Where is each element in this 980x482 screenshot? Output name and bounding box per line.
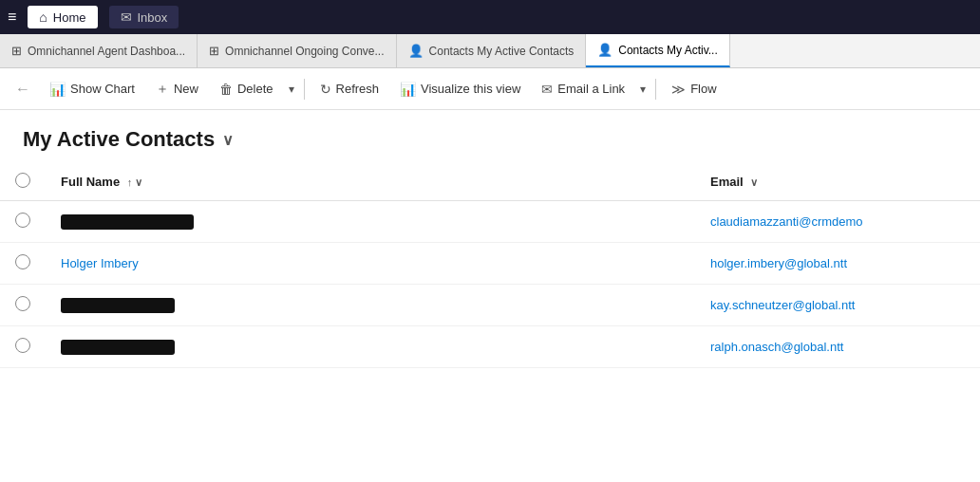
row-4-email: ralph.onasch@global.ntt [695,326,980,368]
home-button[interactable]: ⌂ Home [28,6,97,28]
home-icon: ⌂ [39,9,47,25]
separator-2 [655,79,656,100]
table-header: Full Name ↑ ∨ Email ∨ [0,163,980,201]
row-3-email-value[interactable]: kay.schneutzer@global.ntt [710,298,855,312]
tab-contacts-2[interactable]: 👤 Contacts My Activ... [586,34,729,67]
row-4-email-value[interactable]: ralph.onasch@global.ntt [710,340,843,354]
page-title-text: My Active Contacts [23,127,215,152]
plus-icon: ＋ [156,81,169,98]
row-1-name [46,201,695,243]
delete-label: Delete [237,82,273,96]
row-2-checkbox-cell [0,243,46,285]
table-row: ralph.onasch@global.ntt [0,326,980,368]
inbox-button[interactable]: ✉ Inbox [109,6,179,28]
show-chart-label: Show Chart [70,82,135,96]
top-bar: ≡ ⌂ Home ✉ Inbox [0,0,980,34]
row-1-checkbox[interactable] [15,213,30,228]
show-chart-button[interactable]: 📊 Show Chart [40,77,144,102]
row-2-name: Holger Imbery [46,243,695,285]
tab-label-1: Omnichannel Agent Dashboa... [28,45,185,58]
person-icon-1: 👤 [408,44,424,58]
tab-label-4: Contacts My Activ... [618,44,717,57]
tab-label-3: Contacts My Active Contacts [429,45,575,58]
toolbar: ← 📊 Show Chart ＋ New 🗑 Delete ▾ ↻ Refres… [0,68,980,110]
back-icon: ← [15,81,30,98]
delete-dropdown[interactable]: ▾ [285,78,298,101]
header-checkbox[interactable] [15,173,30,188]
row-4-name [46,326,695,368]
row-3-checkbox-cell [0,285,46,326]
visualize-label: Visualize this view [421,82,520,96]
separator-1 [304,79,305,100]
hamburger-icon[interactable]: ≡ [8,9,16,26]
tab-omnichannel-dashboard[interactable]: ⊞ Omnichannel Agent Dashboa... [0,34,198,67]
row-2-email-value[interactable]: holger.imbery@global.ntt [710,256,847,270]
contacts-table: Full Name ↑ ∨ Email ∨ claudiamazzanti@cr… [0,163,980,368]
header-checkbox-cell [0,163,46,201]
grid-icon-2: ⊞ [209,44,219,58]
refresh-label: Refresh [336,82,380,96]
back-button[interactable]: ← [8,76,38,102]
tab-contacts-1[interactable]: 👤 Contacts My Active Contacts [397,34,587,67]
fullname-header-label: Full Name [61,175,120,189]
row-3-name [46,285,695,326]
new-label: New [174,82,198,96]
row-4-name-redacted [61,340,175,355]
table-row: Holger Imbery holger.imbery@global.ntt [0,243,980,285]
home-label: Home [53,10,86,25]
email-header-label: Email [710,175,744,189]
row-2-checkbox[interactable] [15,254,30,269]
row-4-checkbox-cell [0,326,46,368]
inbox-label: Inbox [138,10,168,25]
page-title-area: My Active Contacts ∨ [0,110,980,163]
table-body: claudiamazzanti@crmdemo Holger Imbery ho… [0,201,980,368]
email-dropdown[interactable]: ▾ [636,78,650,101]
row-1-email[interactable]: claudiamazzanti@crmdemo [695,201,980,243]
title-chevron-icon[interactable]: ∨ [222,131,234,149]
row-2-email: holger.imbery@global.ntt [695,243,980,285]
row-1-email-value[interactable]: claudiamazzanti@crmdemo [710,214,863,229]
visualize-button[interactable]: 📊 Visualize this view [390,77,530,102]
visualize-icon: 📊 [400,82,416,97]
table-row: claudiamazzanti@crmdemo [0,201,980,243]
inbox-icon: ✉ [121,9,132,25]
row-4-checkbox[interactable] [15,338,30,353]
flow-icon: ≫ [671,82,686,97]
trash-icon: 🗑 [219,82,233,97]
flow-label: Flow [690,82,716,96]
email-sort-icon[interactable]: ∨ [750,176,758,188]
grid-icon-1: ⊞ [11,44,22,58]
flow-button[interactable]: ≫ Flow [662,77,726,102]
row-3-name-redacted [61,298,175,313]
row-2-name-value[interactable]: Holger Imbery [61,256,139,270]
row-1-name-redacted [61,214,194,230]
header-email: Email ∨ [695,163,980,201]
header-fullname: Full Name ↑ ∨ [46,163,695,201]
new-button[interactable]: ＋ New [146,76,208,102]
row-3-email: kay.schneutzer@global.ntt [695,285,980,326]
email-link-label: Email a Link [557,82,625,96]
refresh-icon: ↻ [320,82,331,97]
person-icon-2: 👤 [597,43,612,57]
email-icon: ✉ [541,82,553,97]
table-row: kay.schneutzer@global.ntt [0,285,980,326]
page-title: My Active Contacts ∨ [23,127,957,152]
tab-label-2: Omnichannel Ongoing Conve... [225,45,384,58]
row-1-checkbox-cell [0,201,46,243]
tab-omnichannel-ongoing[interactable]: ⊞ Omnichannel Ongoing Conve... [198,34,396,67]
browser-tabs: ⊞ Omnichannel Agent Dashboa... ⊞ Omnicha… [0,34,980,68]
delete-button[interactable]: 🗑 Delete [210,77,283,102]
fullname-sort-icon[interactable]: ↑ ∨ [127,176,143,188]
email-link-button[interactable]: ✉ Email a Link [532,77,634,102]
chart-icon: 📊 [49,82,66,97]
row-3-checkbox[interactable] [15,296,30,311]
refresh-button[interactable]: ↻ Refresh [311,77,389,102]
